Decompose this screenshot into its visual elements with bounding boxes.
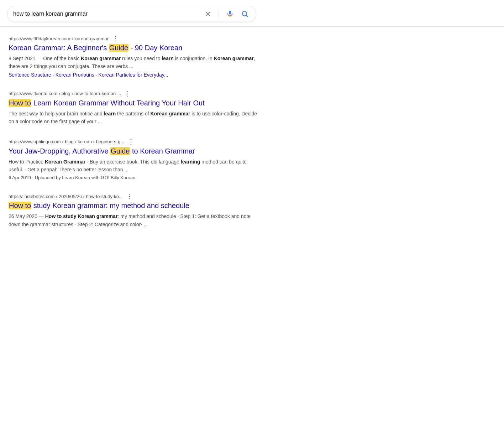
search-bar — [7, 6, 256, 22]
result-url: https://www.optilingo.com › blog › korea… — [9, 139, 124, 144]
title-highlight: How to — [9, 202, 31, 209]
result-meta: 6 Apr 2019 · Uploaded by Learn Korean wi… — [9, 175, 258, 180]
result-url-row: https://www.fluentu.com › blog › how-to-… — [9, 90, 258, 97]
divider — [219, 10, 219, 18]
search-bar-container — [0, 0, 504, 27]
title-text-after: - 90 Day Korean — [128, 44, 182, 52]
result-date: 8 Sept 2021 — [9, 56, 36, 61]
site-links: Sentence Structure · Korean Pronouns · K… — [9, 72, 258, 78]
result-item: https://www.90daykorean.com › korean-gra… — [9, 35, 258, 78]
close-icon — [204, 10, 211, 17]
result-item: https://www.optilingo.com › blog › korea… — [9, 139, 258, 181]
title-highlight: How to — [9, 99, 31, 107]
title-text-after: to Korean Grammar — [130, 147, 195, 155]
result-title-link[interactable]: How to Learn Korean Grammar Without Tear… — [9, 98, 258, 108]
title-text-before: Korean Grammar: A Beginner's — [9, 44, 109, 52]
result-url: https://www.90daykorean.com › korean-gra… — [9, 36, 109, 41]
result-item: https://lindiebotes.com › 2020/05/26 › h… — [9, 193, 258, 228]
snippet-text: — How to study Korean grammar: my method… — [9, 213, 251, 227]
result-title-link[interactable]: Your Jaw-Dropping, Authorative Guide to … — [9, 146, 258, 156]
result-url-row: https://www.optilingo.com › blog › korea… — [9, 139, 258, 145]
title-text-after: Learn Korean Grammar Without Tearing You… — [31, 99, 205, 107]
site-link-sentence-structure[interactable]: Sentence Structure — [9, 72, 51, 78]
site-link-korean-particles[interactable]: Korean Particles for Everyday... — [99, 72, 168, 78]
svg-rect-2 — [229, 11, 231, 15]
snippet-text: How to Practice Korean Grammar · Buy an … — [9, 159, 247, 172]
result-snippet: How to Practice Korean Grammar · Buy an … — [9, 158, 258, 174]
more-options-button[interactable]: ⋮ — [124, 90, 132, 97]
result-snippet: 8 Sept 2021 — One of the basic Korean gr… — [9, 55, 258, 71]
title-text-after: study Korean grammar: my method and sche… — [31, 202, 189, 209]
svg-line-4 — [246, 15, 248, 17]
site-link-korean-pronouns[interactable]: Korean Pronouns — [56, 72, 94, 78]
search-button[interactable] — [240, 9, 250, 19]
more-options-button[interactable]: ⋮ — [126, 193, 134, 199]
snippet-text: — One of the basic Korean grammar rules … — [9, 56, 255, 69]
results-container: https://www.90daykorean.com › korean-gra… — [0, 27, 267, 228]
more-options-button[interactable]: ⋮ — [127, 139, 135, 145]
more-options-button[interactable]: ⋮ — [111, 35, 120, 42]
clear-button[interactable] — [203, 9, 213, 19]
title-text-before: Your Jaw-Dropping, Authorative — [9, 147, 110, 155]
snippet-text: The best way to help your brain notice a… — [9, 111, 257, 124]
result-date: 26 May 2020 — [9, 213, 37, 219]
result-snippet: The best way to help your brain notice a… — [9, 110, 258, 126]
result-url: https://lindiebotes.com › 2020/05/26 › h… — [9, 194, 123, 199]
result-url-row: https://lindiebotes.com › 2020/05/26 › h… — [9, 193, 258, 199]
result-snippet: 26 May 2020 — How to study Korean gramma… — [9, 212, 258, 228]
result-url-row: https://www.90daykorean.com › korean-gra… — [9, 35, 258, 42]
voice-search-button[interactable] — [225, 9, 235, 19]
result-item: https://www.fluentu.com › blog › how-to-… — [9, 90, 258, 126]
mic-icon — [226, 10, 234, 18]
result-title-link[interactable]: Korean Grammar: A Beginner's Guide - 90 … — [9, 43, 258, 52]
search-input[interactable] — [13, 11, 203, 17]
result-url: https://www.fluentu.com › blog › how-to-… — [9, 91, 121, 96]
title-highlight: Guide — [109, 44, 128, 52]
title-highlight: Guide — [110, 147, 130, 155]
search-icon — [241, 10, 249, 18]
result-title-link[interactable]: How to study Korean grammar: my method a… — [9, 201, 258, 210]
search-icons — [203, 9, 250, 19]
